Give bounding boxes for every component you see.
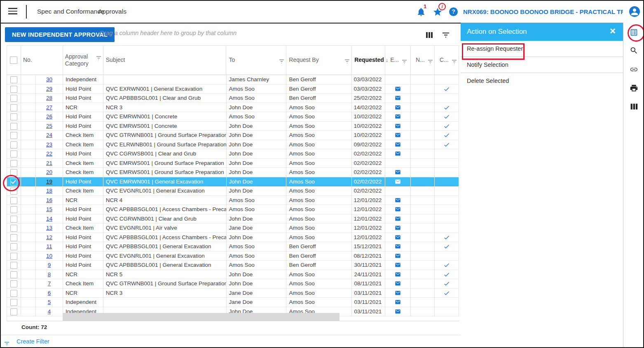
row-number-link[interactable]: 10 [46,253,52,259]
row-number-link[interactable]: 7 [48,280,51,287]
row-number-link[interactable]: 23 [46,141,52,148]
row-checkbox[interactable] [10,95,17,102]
table-row[interactable]: 21 Check Item QVC EMRWS001 | Ground Surf… [7,159,459,168]
table-row[interactable]: 10 Hold Point QVC EVGNRL001 | General Ex… [7,252,459,261]
row-checkbox[interactable] [10,113,17,120]
table-row[interactable]: 25 Hold Point QVC EMRWS001 | Concrete Jo… [7,122,459,131]
table-row[interactable]: 14 Hold Point QVC CGRWNB001 | Clear and … [7,214,459,224]
row-number-link[interactable]: 6 [48,290,51,296]
row-number-link[interactable]: 18 [46,188,52,194]
row-checkbox[interactable] [10,262,17,269]
select-all-checkbox[interactable] [10,56,17,64]
print-icon[interactable] [630,84,638,92]
table-row[interactable]: 8 NCR NCR 5 John Doe Amos Soo 24/11/2021 [7,270,459,280]
row-number-link[interactable]: 14 [46,216,52,222]
table-row[interactable]: 18 Check Item QVC EVGNRL001 | General Ex… [7,186,459,196]
row-checkbox[interactable] [10,216,17,223]
row-checkbox[interactable] [10,234,17,241]
row-checkbox[interactable] [10,86,17,93]
table-row[interactable]: 19 Hold Point QVC EMRWN001 | General Exc… [7,177,459,187]
table-row[interactable]: 30 Independent James Charnley Ben Geroff… [7,75,459,85]
columns-icon[interactable] [630,102,638,111]
table-row[interactable]: 22 Hold Point QVC CGRWSB001 | Clear and … [7,149,459,159]
table-row[interactable]: 29 Hold Point QVC EXRWN001 | General Exc… [7,85,459,94]
table-row[interactable]: 7 Check Item QVC GTRWNB001 | Ground Surf… [7,279,459,289]
column-header-c[interactable]: C... [435,46,459,75]
row-checkbox[interactable] [10,104,17,111]
table-row[interactable]: 16 NCR NCR 4 Amos Soo Amos Soo 12/01/202… [7,196,459,205]
column-header-n[interactable]: N... [411,46,435,75]
row-number-link[interactable]: 9 [48,262,51,268]
table-row[interactable]: 27 NCR NCR 3 John Doe Amos Soo 14/02/202… [7,103,459,113]
column-header-subject[interactable]: Subject [103,46,227,75]
menu-icon[interactable] [8,8,17,15]
row-checkbox[interactable] [10,206,17,213]
filter-icon[interactable] [428,59,433,63]
row-checkbox[interactable] [10,271,17,278]
column-chooser-icon[interactable] [425,31,433,39]
row-checkbox[interactable] [10,169,17,176]
menu-item-delete-selected[interactable]: Delete Selected [461,73,623,89]
search-icon[interactable] [630,46,638,55]
column-header-to[interactable]: To [226,46,286,75]
row-number-link[interactable]: 28 [46,95,52,101]
action-list-icon[interactable] [630,28,638,37]
row-number-link[interactable]: 15 [46,206,52,212]
row-checkbox[interactable] [10,76,17,83]
filter-row-icon[interactable] [442,31,450,39]
row-number-link[interactable]: 20 [46,169,52,175]
column-header-requested[interactable]: Requested↓ [352,46,385,75]
row-number-link[interactable]: 5 [48,299,51,305]
row-checkbox[interactable] [10,243,17,250]
select-all-header[interactable] [7,46,21,75]
table-row[interactable]: 26 Hold Point QVC EMRWN001 | Concrete Am… [7,112,459,122]
column-header-approval-category[interactable]: Approval Category [63,46,103,75]
filter-icon[interactable] [96,55,101,59]
row-number-link[interactable]: 22 [46,150,52,157]
menu-item-notify-selection[interactable]: Notify Selection [461,57,623,73]
row-number-link[interactable]: 16 [46,197,52,203]
row-checkbox[interactable] [10,160,17,167]
row-number-link[interactable]: 21 [46,160,52,166]
menu-item-reassign-requester[interactable]: Re-assign Requester [461,41,623,56]
table-row[interactable]: 23 Check Item QVC ELRWNB001 | Ground Sur… [7,140,459,150]
row-checkbox[interactable] [10,197,17,204]
user-avatar[interactable] [629,6,640,17]
table-row[interactable]: 20 Check Item QVC EMRWS001 | Ground Surf… [7,168,459,177]
row-number-link[interactable]: 8 [48,271,51,277]
filter-icon[interactable] [279,58,284,62]
row-number-link[interactable]: 12 [46,234,52,240]
table-row[interactable]: 28 Hold Point QVC APBBBSGL001 | Clear an… [7,94,459,103]
help-icon[interactable]: ? [449,7,458,16]
column-header-e[interactable]: E... [385,46,411,75]
row-checkbox[interactable] [10,141,17,148]
table-row[interactable]: 12 Hold Point QVC APBBBSGL001 | Access C… [7,233,459,242]
row-number-link[interactable]: 26 [46,113,52,120]
table-row[interactable]: 15 Hold Point QVC APBBBSGL001 | Access C… [7,205,459,214]
row-checkbox[interactable] [10,280,17,287]
row-number-link[interactable]: 13 [46,225,52,231]
row-number-link[interactable]: 30 [46,76,52,82]
row-checkbox[interactable] [10,290,17,297]
row-number-link[interactable]: 19 [46,179,52,185]
link-icon[interactable] [630,65,638,74]
row-number-link[interactable]: 24 [46,132,52,138]
table-row[interactable]: 13 Check Item QVC EVGNRL001 | Air valve … [7,223,459,233]
table-row[interactable]: 9 Hold Point QVC APBBBSGL001 | General E… [7,261,459,270]
table-row[interactable]: 5 Independent Jane Doe Amos Soo 03/11/20… [7,298,459,307]
close-icon[interactable]: ✕ [608,27,617,36]
row-number-link[interactable]: 27 [46,104,52,111]
filter-icon[interactable] [452,59,457,63]
column-header-no[interactable]: No. [21,46,63,75]
row-number-link[interactable]: 25 [46,123,52,129]
row-number-link[interactable]: 11 [46,243,52,249]
row-checkbox[interactable] [10,225,17,232]
row-checkbox[interactable] [10,253,17,260]
row-checkbox[interactable] [10,299,17,306]
row-checkbox[interactable] [10,123,17,130]
row-checkbox[interactable] [10,308,17,315]
new-independent-approval-button[interactable]: NEW INDEPENDENT APPROVAL [5,27,115,42]
column-header-request-by[interactable]: Request By [286,46,352,75]
row-checkbox[interactable] [10,188,17,195]
filter-icon[interactable] [402,59,407,63]
